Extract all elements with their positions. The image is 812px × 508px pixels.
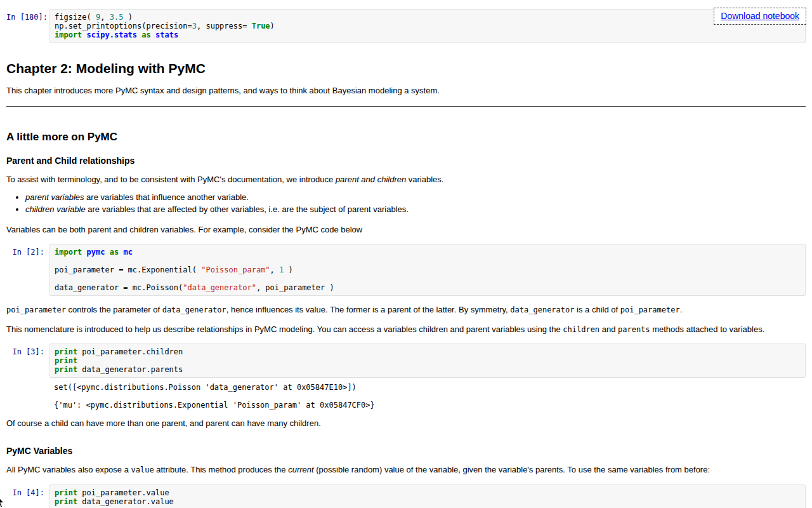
download-notebook-link[interactable]: Download notebook [721,11,799,21]
input-prompt: In [4]: [6,485,49,497]
code-text: print poi_parameter.value print data_gen… [55,488,801,506]
code-input-area: print poi_parameter.children print print… [49,344,806,378]
paragraph-variables-both: Variables can be both parent and childre… [6,224,806,236]
code-cell: In [2]: import pymc as mc poi_parameter … [6,244,806,296]
paragraph-all-pymc: All PyMC variables also expose a value a… [6,464,806,476]
code-text: figsize( 9, 3.5 ) np.set_printoptions(pr… [55,13,801,39]
paragraph-to-assist: To assist with terminology, and to be co… [6,174,806,185]
list-item-parent: parent variables are variables that infl… [25,192,806,204]
paragraph-of-course: Of course a child can have more than one… [6,418,806,429]
section-heading-more-pymc: A little more on PyMC [6,131,806,144]
code-text: import pymc as mc poi_parameter = mc.Exp… [55,248,801,292]
paragraph-poi-controls: poi_parameter controls the parameter of … [6,304,806,316]
code-cell: In [4]: print poi_parameter.value print … [6,485,806,508]
input-prompt: In [3]: [6,344,49,356]
page-title: Chapter 2: Modeling with PyMC [6,61,806,76]
code-input-area: print poi_parameter.value print data_gen… [49,485,806,508]
code-text: print poi_parameter.children print print… [55,347,801,374]
paragraph-nomenclature: This nomenclature is introduced to help … [6,324,806,335]
notebook-page: In [180]: figsize( 9, 3.5 ) np.set_print… [0,0,812,508]
input-prompt: In [2]: [6,244,49,257]
intro-paragraph: This chapter introduces more PyMC syntax… [6,85,806,97]
code-input-area: figsize( 9, 3.5 ) np.set_printoptions(pr… [49,9,806,43]
definitions-list: parent variables are variables that infl… [6,192,806,216]
mouse-cursor-icon [0,495,5,508]
code-cell: In [180]: figsize( 9, 3.5 ) np.set_print… [6,9,806,43]
cell-output: set([<pymc.distributions.Poisson 'data_g… [49,378,806,410]
code-cell: In [3]: print poi_parameter.children pri… [6,344,806,410]
divider [6,106,806,107]
code-input-area: import pymc as mc poi_parameter = mc.Exp… [49,244,806,296]
subsection-parent-child: Parent and Child relationships [6,156,806,166]
download-notebook-button[interactable]: Download notebook [714,8,806,25]
subsection-pymc-variables: PyMC Variables [6,446,806,456]
list-item-children: children variable are variables that are… [25,204,806,216]
input-prompt: In [180]: [6,9,49,22]
